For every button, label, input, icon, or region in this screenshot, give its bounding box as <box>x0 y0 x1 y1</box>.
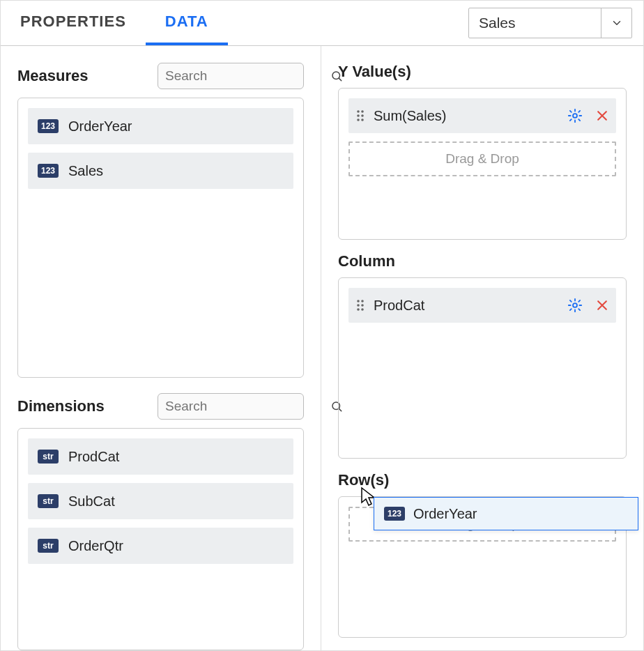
drag-ghost[interactable]: 123 OrderYear <box>374 497 638 530</box>
svg-point-17 <box>573 303 577 307</box>
drag-ghost-label: OrderYear <box>413 506 477 522</box>
svg-point-10 <box>573 114 577 118</box>
top-bar: PROPERTIES DATA Sales <box>1 1 643 46</box>
svg-point-16 <box>361 308 364 311</box>
field-label: SubCat <box>68 493 115 510</box>
panel-root: PROPERTIES DATA Sales Measures <box>0 0 644 651</box>
svg-point-8 <box>357 118 360 121</box>
yvalues-title: Y Value(s) <box>338 63 627 81</box>
svg-point-6 <box>357 114 360 117</box>
svg-point-5 <box>361 110 364 113</box>
dimensions-title: Dimensions <box>17 397 105 415</box>
rows-title: Row(s) <box>338 471 627 489</box>
numeric-type-icon: 123 <box>38 119 59 133</box>
string-type-icon: str <box>38 450 59 464</box>
drop-hint[interactable]: Drag & Drop <box>348 141 616 176</box>
right-pane: Y Value(s) Sum(Sales) Drag & Drop Colu <box>321 46 643 650</box>
datasource-select[interactable]: Sales <box>468 8 632 38</box>
close-icon[interactable] <box>595 109 609 123</box>
tab-data[interactable]: DATA <box>146 1 228 45</box>
rows-dropzone[interactable]: Drag & Drop 123 OrderYear <box>338 496 627 638</box>
tab-strip: PROPERTIES DATA <box>1 1 228 45</box>
field-label: OrderYear <box>68 118 132 135</box>
drag-handle-icon[interactable] <box>355 298 365 312</box>
svg-point-11 <box>357 300 360 302</box>
close-icon[interactable] <box>595 298 609 312</box>
dimension-chip[interactable]: ProdCat <box>348 288 616 323</box>
svg-point-7 <box>361 114 364 117</box>
drag-handle-icon[interactable] <box>355 109 365 123</box>
dimensions-list: str ProdCat str SubCat str OrderQtr <box>17 428 304 650</box>
tab-properties[interactable]: PROPERTIES <box>1 1 146 45</box>
column-dropzone[interactable]: ProdCat <box>338 277 627 459</box>
dimensions-search[interactable] <box>158 393 304 420</box>
left-pane: Measures 123 OrderYear 123 Sales <box>1 46 321 650</box>
field-item[interactable]: str ProdCat <box>28 438 293 475</box>
measure-chip[interactable]: Sum(Sales) <box>348 98 616 133</box>
field-item[interactable]: 123 Sales <box>28 153 293 189</box>
chevron-down-icon <box>601 8 631 38</box>
field-label: OrderQtr <box>68 538 123 554</box>
chip-label: ProdCat <box>372 298 560 314</box>
gear-icon[interactable] <box>567 108 583 123</box>
yvalues-dropzone[interactable]: Sum(Sales) Drag & Drop <box>338 88 627 240</box>
numeric-type-icon: 123 <box>38 164 59 178</box>
datasource-selected-label: Sales <box>469 15 601 31</box>
dimensions-header: Dimensions <box>17 393 304 420</box>
field-item[interactable]: str OrderQtr <box>28 528 293 564</box>
svg-point-9 <box>361 118 364 121</box>
chip-label: Sum(Sales) <box>372 108 560 124</box>
gear-icon[interactable] <box>567 298 583 313</box>
main-area: Measures 123 OrderYear 123 Sales <box>1 46 643 650</box>
svg-point-4 <box>357 110 360 113</box>
measures-search-input[interactable] <box>165 68 330 84</box>
string-type-icon: str <box>38 539 59 553</box>
measures-search[interactable] <box>158 63 304 89</box>
svg-point-13 <box>357 304 360 307</box>
svg-point-12 <box>361 300 364 302</box>
column-title: Column <box>338 252 627 270</box>
svg-point-14 <box>361 304 364 307</box>
measures-list: 123 OrderYear 123 Sales <box>17 98 304 378</box>
numeric-type-icon: 123 <box>384 507 405 521</box>
svg-point-15 <box>357 308 360 311</box>
field-item[interactable]: 123 OrderYear <box>28 108 293 144</box>
measures-title: Measures <box>17 67 89 85</box>
measures-header: Measures <box>17 63 304 89</box>
field-item[interactable]: str SubCat <box>28 483 293 519</box>
dimensions-search-input[interactable] <box>165 399 330 414</box>
field-label: Sales <box>68 163 103 179</box>
string-type-icon: str <box>38 494 59 508</box>
field-label: ProdCat <box>68 449 119 465</box>
